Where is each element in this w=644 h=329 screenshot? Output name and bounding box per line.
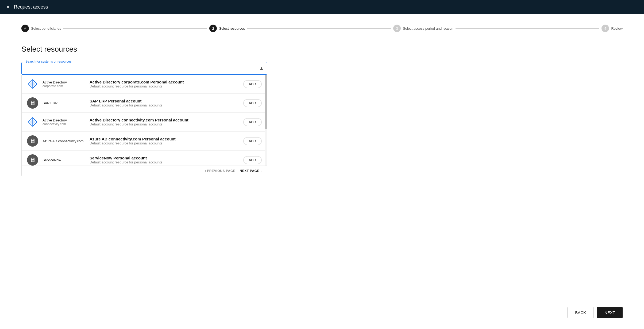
step-2: 2 Select resources [209,25,245,32]
step-1-label: Select beneficiaries [31,26,61,30]
stepper: ✓ Select beneficiaries 2 Select resource… [21,25,623,32]
search-container: Search for systems or resources ▲ [21,62,267,75]
page-title: Select resources [21,45,623,53]
step-1: ✓ Select beneficiaries [21,25,61,32]
monitor-icon: 🖥 [30,156,36,163]
resource-system-sub: corporate.com [43,84,85,88]
close-button[interactable]: × [6,4,10,10]
resource-info: Active Directory connectivity.com Person… [90,118,239,126]
step-3-label: Select access period and reason [403,26,453,30]
pagination-row: ‹ PREVIOUS PAGE NEXT PAGE › [22,166,267,176]
resource-system-name: ServiceNow [43,158,85,162]
add-button[interactable]: ADD [243,99,262,107]
resource-desc: Default account resource for personal ac… [90,160,239,164]
resource-info: Active Directory corporate.com Personal … [90,80,239,88]
next-button[interactable]: NEXT [597,307,623,318]
step-3: 3 Select access period and reason [393,25,453,32]
azure-ad-logo: 🖥 [27,135,38,147]
chevron-up-icon[interactable]: ▲ [259,66,264,71]
search-input[interactable] [25,62,259,74]
step-4: 4 Review [601,25,623,32]
resource-name-block: Active Directory corporate.com [43,80,85,88]
step-4-circle: 4 [601,25,609,32]
resource-system-name: Active Directory [43,80,85,84]
resource-name-block: ServiceNow [43,158,85,162]
add-button[interactable]: ADD [243,80,262,88]
previous-page-button[interactable]: ‹ PREVIOUS PAGE [205,169,236,173]
resource-system-name: Active Directory [43,118,85,122]
next-page-label[interactable]: NEXT PAGE [240,169,260,173]
monitor-icon: 🖥 [30,100,36,106]
ad-logo [27,78,38,90]
step-1-circle: ✓ [21,25,29,32]
chevron-right-icon: › [260,169,262,173]
resource-item: Active Directory connectivity.com Active… [22,113,267,132]
resource-title: Active Directory corporate.com Personal … [90,80,239,84]
header-title: Request access [14,4,48,10]
step-2-label: Select resources [219,26,245,30]
resource-info: Azure AD connectivity.com Personal accou… [90,137,239,145]
resource-item: 🖥 Azure AD connectivity.com Azure AD con… [22,132,267,151]
main-content: ✓ Select beneficiaries 2 Select resource… [0,14,644,329]
resource-desc: Default account resource for personal ac… [90,122,239,126]
chevron-left-icon: ‹ [205,169,206,173]
servicenow-logo: 🖥 [27,154,38,166]
resource-desc: Default account resource for personal ac… [90,103,239,107]
add-button[interactable]: ADD [243,137,262,145]
resource-desc: Default account resource for personal ac… [90,84,239,88]
step-connector-1 [63,28,207,29]
resource-info: ServiceNow Personal account Default acco… [90,156,239,164]
monitor-icon: 🖥 [30,137,36,144]
add-button[interactable]: ADD [243,118,262,126]
resource-item: 🖥 SAP ERP SAP ERP Personal account Defau… [22,94,267,113]
resource-system-sub: connectivity.com [43,122,85,126]
resource-item: Active Directory corporate.com Active Di… [22,75,267,94]
resource-info: SAP ERP Personal account Default account… [90,99,239,107]
resource-title: ServiceNow Personal account [90,156,239,160]
resource-title: SAP ERP Personal account [90,99,239,103]
step-2-circle: 2 [209,25,217,32]
step-3-circle: 3 [393,25,401,32]
resource-system-name: Azure AD connectivity.com [43,139,85,143]
resource-system-name: SAP ERP [43,101,85,105]
step-4-label: Review [611,26,623,30]
ad-logo [27,116,38,128]
resource-list-scroll[interactable]: Active Directory corporate.com Active Di… [22,75,267,166]
header: × Request access [0,0,644,14]
resource-item: 🖥 ServiceNow ServiceNow Personal account… [22,151,267,166]
step-connector-2 [247,28,391,29]
resource-title: Azure AD connectivity.com Personal accou… [90,137,239,141]
bottom-actions: BACK NEXT [567,307,623,318]
previous-page-label[interactable]: PREVIOUS PAGE [207,169,235,173]
resource-name-block: Active Directory connectivity.com [43,118,85,126]
resource-title: Active Directory connectivity.com Person… [90,118,239,122]
add-button[interactable]: ADD [243,156,262,164]
resource-name-block: Azure AD connectivity.com [43,139,85,143]
step-connector-3 [456,28,600,29]
sap-logo: 🖥 [27,97,38,109]
resource-desc: Default account resource for personal ac… [90,141,239,145]
back-button[interactable]: BACK [567,307,594,318]
next-page-button[interactable]: NEXT PAGE › [240,169,262,173]
resource-name-block: SAP ERP [43,101,85,105]
search-label: Search for systems or resources [24,60,73,63]
